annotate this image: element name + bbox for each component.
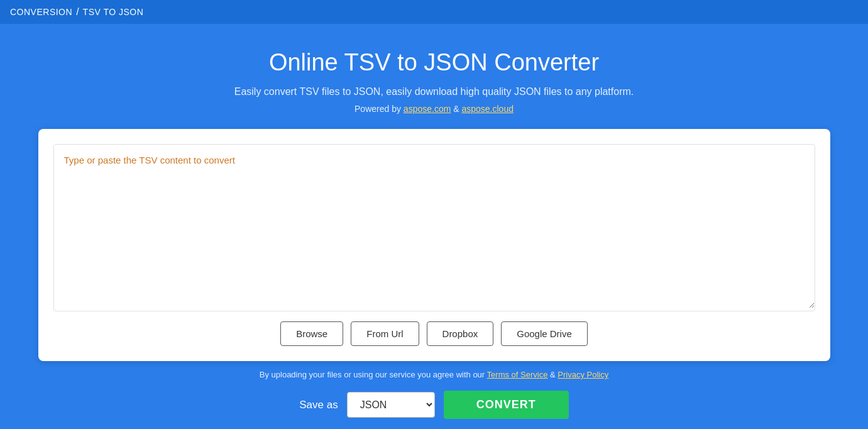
terms-prefix: By uploading your files or using our ser… (260, 370, 485, 379)
google-drive-button[interactable]: Google Drive (501, 321, 588, 346)
text-area-wrapper (53, 144, 815, 311)
powered-by: Powered by aspose.com & aspose.cloud (354, 104, 514, 114)
terms-ampersand: & (550, 370, 556, 379)
convert-button[interactable]: CONVERT (444, 391, 569, 419)
terms-of-service-link[interactable]: Terms of Service (487, 370, 548, 379)
powered-by-ampersand: & (453, 104, 459, 114)
converter-card: Browse From Url Dropbox Google Drive (38, 129, 830, 361)
main-content: Online TSV to JSON Converter Easily conv… (0, 24, 868, 429)
dropbox-button[interactable]: Dropbox (427, 321, 494, 346)
breadcrumb-current: TSV TO JSON (83, 7, 144, 17)
privacy-policy-link[interactable]: Privacy Policy (558, 370, 608, 379)
aspose-cloud-link[interactable]: aspose.cloud (461, 104, 514, 114)
from-url-button[interactable]: From Url (351, 321, 419, 346)
tsv-content-textarea[interactable] (54, 145, 815, 308)
aspose-com-link[interactable]: aspose.com (404, 104, 451, 114)
convert-row: Save as JSON CSV XML XLSX CONVERT (299, 391, 568, 419)
format-select[interactable]: JSON CSV XML XLSX (347, 392, 435, 418)
save-as-label: Save as (299, 399, 338, 411)
page-subtitle: Easily convert TSV files to JSON, easily… (234, 86, 634, 98)
page-title: Online TSV to JSON Converter (269, 49, 599, 76)
button-row: Browse From Url Dropbox Google Drive (53, 321, 815, 346)
browse-button[interactable]: Browse (280, 321, 343, 346)
breadcrumb-separator: / (76, 6, 79, 18)
powered-by-prefix: Powered by (354, 104, 401, 114)
top-nav: CONVERSION / TSV TO JSON (0, 0, 868, 24)
terms-line: By uploading your files or using our ser… (260, 370, 608, 379)
breadcrumb-conversion[interactable]: CONVERSION (10, 7, 72, 17)
